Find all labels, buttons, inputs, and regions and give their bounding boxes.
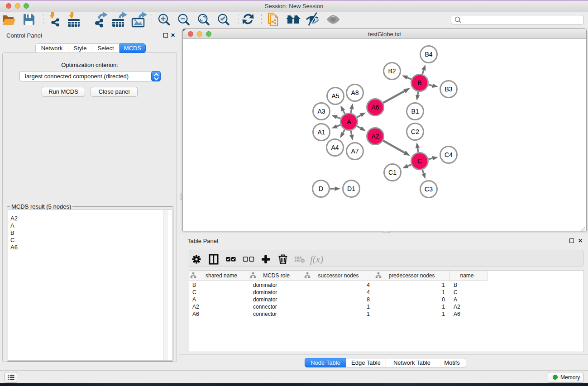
svg-text:f(x): f(x) xyxy=(310,254,323,265)
